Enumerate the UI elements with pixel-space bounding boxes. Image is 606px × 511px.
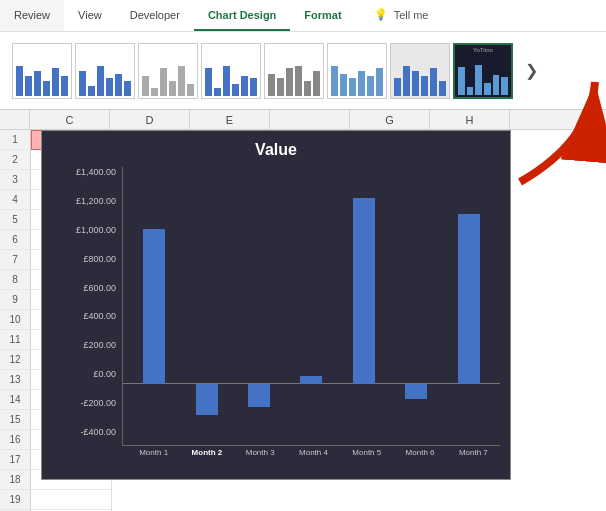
y-axis: £1,400.00 £1,200.00 £1,000.00 £800.00 £6… [52, 167, 122, 457]
chart-inner: £1,400.00 £1,200.00 £1,000.00 £800.00 £6… [52, 167, 500, 457]
bar-month6 [390, 167, 442, 445]
row-num-19: 19 [0, 490, 30, 510]
y-label-1200: £1,200.00 [76, 196, 116, 206]
row-num-1: 1 [0, 130, 30, 150]
y-label-neg400: -£400.00 [80, 427, 116, 437]
tab-review[interactable]: Review [0, 0, 64, 31]
ribbon: Review View Developer Chart Design Forma… [0, 0, 606, 110]
row-num-2: 2 [0, 150, 30, 170]
x-label-month5: Month 5 [340, 448, 393, 457]
row-num-15: 15 [0, 410, 30, 430]
chart-style-1[interactable] [12, 43, 72, 99]
cell-c19[interactable] [31, 490, 111, 510]
x-label-month7: Month 7 [447, 448, 500, 457]
y-label-800: £800.00 [83, 254, 116, 264]
y-label-neg200: -£200.00 [80, 398, 116, 408]
chart-style-4[interactable] [201, 43, 261, 99]
bar-month5 [338, 167, 390, 445]
y-label-1000: £1,000.00 [76, 225, 116, 235]
chart-style-2[interactable] [75, 43, 135, 99]
x-label-month4: Month 4 [287, 448, 340, 457]
row-num-9: 9 [0, 290, 30, 310]
x-labels: Month 1 Month 2 Month 3 Month 4 Month 5 … [122, 448, 500, 457]
cells-area: £1,000.00 -£200.00 -£150.00 £50.00 £1,20… [31, 130, 606, 511]
row-num-10: 10 [0, 310, 30, 330]
col-header-g: G [350, 110, 430, 129]
x-label-month6: Month 6 [393, 448, 446, 457]
col-header-e: E [190, 110, 270, 129]
lightbulb-icon: 💡 [374, 8, 388, 21]
bar-month2 [180, 167, 232, 445]
spreadsheet: C D E G H 1 2 3 4 5 6 7 8 9 10 11 12 13 [0, 110, 606, 511]
bar-month4 [285, 167, 337, 445]
chart-style-3[interactable] [138, 43, 198, 99]
chart-title: Value [52, 141, 500, 159]
spreadsheet-body: 1 2 3 4 5 6 7 8 9 10 11 12 13 14 15 16 1… [0, 130, 606, 511]
row-num-spacer [0, 110, 30, 129]
row-num-6: 6 [0, 230, 30, 250]
app-window: Review View Developer Chart Design Forma… [0, 0, 606, 511]
ribbon-content: YoTitoo ❯ [0, 32, 606, 109]
col-header-d: D [110, 110, 190, 129]
chart-plot: Month 1 Month 2 Month 3 Month 4 Month 5 … [122, 167, 500, 457]
ribbon-tabs: Review View Developer Chart Design Forma… [0, 0, 606, 32]
chart-style-7[interactable] [390, 43, 450, 99]
tab-chart-design[interactable]: Chart Design [194, 0, 290, 31]
chart-style-6[interactable] [327, 43, 387, 99]
tab-view[interactable]: View [64, 0, 116, 31]
bar-month1 [128, 167, 180, 445]
x-label-month1: Month 1 [127, 448, 180, 457]
row-numbers: 1 2 3 4 5 6 7 8 9 10 11 12 13 14 15 16 1… [0, 130, 31, 511]
tab-tell-me[interactable]: 💡 Tell me [360, 0, 443, 31]
thumb-label: YoTitoo [455, 47, 511, 53]
bar-month7 [443, 167, 495, 445]
bars-area [122, 167, 500, 446]
row-num-16: 16 [0, 430, 30, 450]
chart-styles: YoTitoo [8, 41, 517, 101]
row-num-8: 8 [0, 270, 30, 290]
y-label-400: £400.00 [83, 311, 116, 321]
row-num-5: 5 [0, 210, 30, 230]
y-label-600: £600.00 [83, 283, 116, 293]
row-num-4: 4 [0, 190, 30, 210]
bar-month3 [233, 167, 285, 445]
y-label-1400: £1,400.00 [76, 167, 116, 177]
tab-developer[interactable]: Developer [116, 0, 194, 31]
row-num-11: 11 [0, 330, 30, 350]
row-num-7: 7 [0, 250, 30, 270]
col-header-f [270, 110, 350, 129]
row-num-14: 14 [0, 390, 30, 410]
x-label-month2: Month 2 [180, 448, 233, 457]
tab-format[interactable]: Format [290, 0, 355, 31]
x-label-month3: Month 3 [234, 448, 287, 457]
chart-style-5[interactable] [264, 43, 324, 99]
y-label-0: £0.00 [93, 369, 116, 379]
column-headers: C D E G H [0, 110, 606, 130]
chart-container: Value £1,400.00 £1,200.00 £1,000.00 £800… [41, 130, 511, 480]
col-header-c: C [30, 110, 110, 129]
chart-style-8[interactable]: YoTitoo [453, 43, 513, 99]
row-num-18: 18 [0, 470, 30, 490]
row-num-12: 12 [0, 350, 30, 370]
y-label-200: £200.00 [83, 340, 116, 350]
ribbon-scroll-right[interactable]: ❯ [521, 61, 542, 80]
col-header-h: H [430, 110, 510, 129]
row-num-17: 17 [0, 450, 30, 470]
row-num-3: 3 [0, 170, 30, 190]
row-num-13: 13 [0, 370, 30, 390]
